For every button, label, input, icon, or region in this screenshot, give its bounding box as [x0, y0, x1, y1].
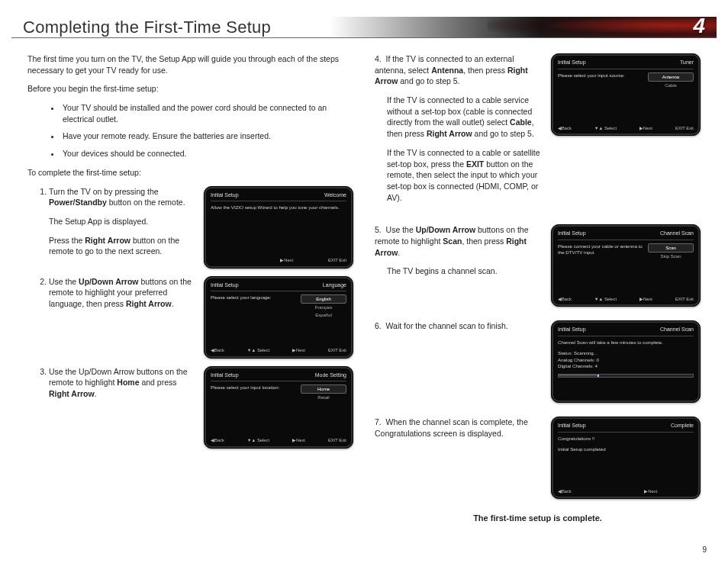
step-text: Use the Up/Down Arrow buttons on the rem… — [49, 366, 195, 407]
screen-subtitle: Tuner — [680, 59, 694, 66]
screen-title: Initial Setup — [211, 282, 239, 289]
bullet: Have your remote ready. Ensure the batte… — [61, 130, 353, 142]
footer-hint: EXIT Exit — [328, 437, 346, 443]
screen-option: English — [301, 294, 346, 304]
footer-hint: ▶Next — [280, 257, 293, 263]
step-item: 5. Use the Up/Down Arrow buttons on the … — [375, 224, 701, 307]
screen-body: Please select your language:EnglishFranç… — [211, 294, 346, 319]
step-text: 6. Wait for the channel scan to finish. — [375, 320, 540, 339]
screen-subtitle: Channel Scan — [660, 230, 694, 237]
prep-bullets: Your TV should be installed and the powe… — [27, 102, 353, 159]
content-area: The first time you turn on the TV, the S… — [27, 53, 701, 540]
footer-hint: ▶Next — [639, 296, 652, 302]
screen-subtitle: Channel Scan — [660, 326, 694, 333]
footer-hint: ▼▲ Select — [247, 347, 269, 353]
intro-p2: Before you begin the first-time setup: — [27, 83, 353, 95]
screen-text: Congratulations !! — [558, 436, 694, 442]
footer-hint: EXIT Exit — [328, 257, 346, 263]
screen-header: Initial SetupMode Setting — [211, 372, 346, 382]
screen-option: Scan — [648, 243, 694, 253]
footer-hint: EXIT Exit — [675, 125, 694, 131]
step-text: 7. When the channel scan is complete, th… — [375, 417, 540, 446]
step-text: 4. If the TV is connected to an external… — [375, 53, 540, 211]
screen-footer: ▶NextEXIT Exit — [211, 257, 346, 263]
footer-hint: ◀Back — [211, 437, 224, 443]
screen-subtitle: Mode Setting — [315, 372, 346, 379]
footer-hint: ▶Next — [292, 347, 305, 353]
screen-prompt: Please select your input source: — [558, 72, 643, 79]
step-text: Use the Up/Down Arrow buttons on the rem… — [49, 276, 195, 317]
screen-prompt: Please select your input location: — [211, 384, 296, 391]
screen-body: Congratulations !!Initial Setup complete… — [558, 436, 694, 453]
header-accent — [488, 17, 717, 38]
screen-text: Initial Setup completed — [558, 446, 694, 452]
footer-hint: ◀Back — [558, 125, 572, 131]
bullet: Your TV should be installed and the powe… — [61, 102, 353, 124]
step-para: The Setup App is displayed. — [49, 216, 195, 227]
complete-line: The first-time setup is complete. — [375, 513, 701, 524]
step-para: If the TV is connected to a cable servic… — [375, 95, 540, 140]
step-para: 7. When the channel scan is complete, th… — [375, 417, 540, 439]
screen-header: Initial SetupTuner — [558, 59, 694, 69]
step-para: Use the Up/Down Arrow buttons on the rem… — [49, 276, 195, 310]
tv-screen: Initial SetupLanguagePlease select your … — [204, 276, 353, 359]
screen-prompt: Please connect your cable or antenna to … — [558, 243, 643, 256]
screen-footer: ◀Back▶Next — [558, 488, 694, 494]
screen-body: Allow the VIZIO setup Wizard to help you… — [211, 204, 346, 211]
steps-list-left: Turn the TV on by pressing the Power/Sta… — [27, 186, 353, 449]
footer-hint: ▶Next — [639, 125, 652, 131]
progress-fill — [559, 375, 599, 377]
step-para: Use the Up/Down Arrow buttons on the rem… — [49, 366, 195, 400]
intro-p3: To complete the first-time setup: — [27, 167, 353, 179]
step-text: 5. Use the Up/Down Arrow buttons on the … — [375, 224, 540, 285]
screen-body: Please connect your cable or antenna to … — [558, 243, 694, 260]
chapter-number: 4 — [693, 14, 705, 38]
footer-hint: EXIT Exit — [328, 347, 346, 353]
footer-hint: ▶Next — [292, 437, 305, 443]
footer-hint: ▼▲ Select — [594, 125, 617, 131]
page-number: 9 — [702, 545, 707, 554]
step-para: Press the Right Arrow button on the remo… — [49, 235, 195, 257]
screen-option: Español — [301, 311, 346, 319]
screen-title: Initial Setup — [558, 326, 586, 333]
screen-title: Initial Setup — [558, 59, 586, 66]
bullet: Your devices should be connected. — [61, 148, 353, 159]
screen-subtitle: Complete — [671, 422, 694, 429]
screen-option: Skip Scan — [648, 253, 694, 260]
step-para: If the TV is connected to a cable or sat… — [375, 147, 540, 203]
screen-footer: ◀Back▼▲ Select▶NextEXIT Exit — [558, 296, 694, 302]
tv-screen: Initial SetupChannel ScanPlease connect … — [551, 224, 701, 307]
screen-option: Home — [301, 384, 346, 394]
tv-screen: Initial SetupChannel ScanChannel Scan wi… — [551, 320, 701, 403]
footer-hint: EXIT Exit — [675, 296, 694, 302]
screen-body: Channel Scan will take a few minutes to … — [558, 339, 694, 378]
step-item: 6. Wait for the channel scan to finish.I… — [375, 320, 701, 403]
step-item: Use the Up/Down Arrow buttons on the rem… — [49, 276, 353, 359]
step-text: Turn the TV on by pressing the Power/Sta… — [49, 186, 195, 265]
screen-header: Initial SetupChannel Scan — [558, 326, 694, 336]
tv-screen: Initial SetupWelcomeAllow the VIZIO setu… — [204, 186, 353, 269]
screen-text: Channel Scan will take a few minutes to … — [558, 339, 694, 346]
footer-hint: ◀Back — [558, 488, 572, 494]
footer-hint: ◀Back — [558, 296, 572, 302]
right-column: 4. If the TV is connected to an external… — [375, 53, 701, 540]
screen-subtitle: Language — [323, 282, 346, 289]
screen-subtitle: Welcome — [324, 191, 346, 199]
step-item: 7. When the channel scan is complete, th… — [375, 417, 701, 499]
intro-p1: The first time you turn on the TV, the S… — [27, 53, 353, 76]
tv-screen: Initial SetupCompleteCongratulations !!I… — [551, 417, 701, 499]
step-para: 6. Wait for the channel scan to finish. — [375, 320, 540, 332]
screen-title: Initial Setup — [211, 191, 239, 199]
progress-bar — [558, 374, 694, 378]
screen-option: Cable — [648, 82, 694, 89]
left-column: The first time you turn on the TV, the S… — [27, 53, 353, 540]
screen-title: Initial Setup — [558, 230, 586, 237]
step-item: Use the Up/Down Arrow buttons on the rem… — [49, 366, 353, 449]
tv-screen: Initial SetupTunerPlease select your inp… — [551, 53, 701, 136]
footer-hint: ▼▲ Select — [594, 296, 617, 302]
step-para: The TV begins a channel scan. — [375, 265, 540, 277]
screen-option: Antenna — [648, 72, 694, 82]
screen-header: Initial SetupChannel Scan — [558, 230, 694, 240]
footer-hint: ▶Next — [644, 488, 657, 494]
screen-footer: ◀Back▼▲ Select▶NextEXIT Exit — [558, 125, 694, 131]
